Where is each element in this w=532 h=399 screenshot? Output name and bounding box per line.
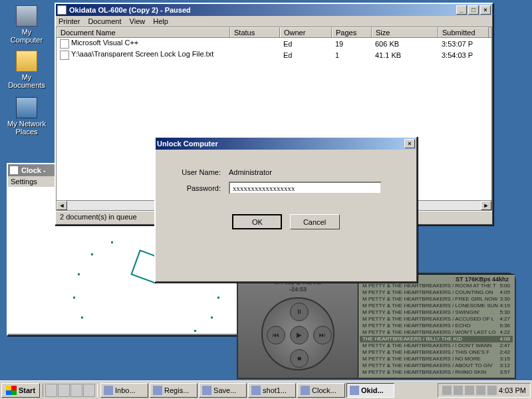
prev-button[interactable]: ⏮	[267, 326, 285, 344]
cancel-button[interactable]: Cancel	[290, 214, 340, 229]
username-value: Administrator	[229, 168, 272, 176]
column-headers: Document Name Status Owner Pages Size Su…	[56, 27, 492, 38]
doc-submitted: 3:54:03 P	[438, 51, 489, 59]
maximize-button[interactable]: □	[468, 5, 479, 15]
task-icon	[104, 386, 113, 395]
doc-name: Y:\aaa\Transparent Screen Lock Log File.…	[71, 50, 213, 58]
system-tray: 4:03 PM	[438, 383, 531, 398]
ql-app-icon[interactable]	[83, 384, 95, 397]
playlist-track[interactable]: M PETTY & THE HEARTBREAKERS / LONESOME S…	[360, 303, 513, 309]
taskbar-button[interactable]: Regis...	[150, 383, 198, 398]
taskbar-clock[interactable]: 4:03 PM	[499, 386, 526, 394]
tray-icon[interactable]	[442, 386, 452, 395]
ql-desktop-icon[interactable]	[58, 384, 70, 397]
taskbar-button[interactable]: Inbo...	[100, 383, 148, 398]
menubar: Printer Document View Help	[56, 16, 492, 27]
doc-name: Microsoft Visual C++	[71, 39, 138, 47]
col-size[interactable]: Size	[372, 27, 438, 37]
password-input[interactable]	[229, 182, 382, 194]
network-icon	[16, 97, 37, 118]
stop-button[interactable]: ■	[290, 349, 309, 368]
tray-icon[interactable]	[454, 386, 463, 395]
playlist-track[interactable]: M PETTY & THE HEARTBREAKERS / FREE GIRL …	[360, 296, 513, 303]
task-icon	[153, 386, 162, 395]
ql-ie-icon[interactable]	[45, 384, 57, 397]
close-button[interactable]: ×	[480, 5, 491, 15]
unlock-computer-dialog: Unlock Computer × User Name: Administrat…	[154, 136, 418, 283]
playlist-track[interactable]: M PETTY & THE HEARTBREAKERS / THIS ONE'S…	[360, 349, 513, 356]
windows-flag-icon	[6, 386, 17, 395]
dialog-title: Unlock Computer	[157, 140, 404, 148]
icon-label: My Network Places	[5, 120, 48, 136]
playlist-track[interactable]: M PETTY & THE HEARTBREAKERS / RHINO SKIN…	[360, 369, 513, 376]
playlist-track[interactable]: M PETTY & THE HEARTBREAKERS / ACCUSED OF…	[360, 316, 513, 323]
pause-button[interactable]: ⏸	[290, 303, 309, 321]
username-label: User Name:	[169, 168, 229, 176]
scroll-right-icon[interactable]: ►	[481, 201, 491, 210]
titlebar[interactable]: Unlock Computer ×	[156, 138, 416, 150]
doc-owner: Ed	[280, 51, 332, 59]
doc-pages: 19	[332, 40, 372, 48]
playlist-track[interactable]: M PETTY & THE HEARTBREAKERS / ABOUT TO G…	[360, 362, 513, 369]
table-row[interactable]: Microsoft Visual C++ Ed 19 606 KB 3:53:0…	[57, 38, 491, 49]
now-playing-time: -24:53	[258, 286, 338, 293]
password-label: Password:	[169, 184, 229, 192]
playlist-track[interactable]: M PETTY & THE HEARTBREAKERS / NO MORE3:1…	[360, 356, 513, 362]
playlist-track[interactable]: M PETTY & THE HEARTBREAKERS / COUNTING O…	[360, 289, 513, 296]
minimize-button[interactable]: _	[456, 5, 467, 15]
playlist[interactable]: ST 176KBps 44khz M PETTY & THE HEARTBREA…	[358, 274, 515, 378]
task-icon	[251, 386, 261, 395]
control-wheel: ▶ ⏮ ⏭ ■ ⏸	[261, 297, 334, 370]
desktop-icon-my-computer[interactable]: My Computer	[5, 5, 48, 44]
folder-icon	[16, 51, 37, 72]
menu-document[interactable]: Document	[88, 17, 121, 25]
computer-icon	[16, 5, 37, 27]
col-pages[interactable]: Pages	[332, 27, 372, 37]
menu-help[interactable]: Help	[153, 17, 168, 25]
ql-outlook-icon[interactable]	[70, 384, 82, 397]
doc-owner: Ed	[280, 40, 332, 48]
table-row[interactable]: Y:\aaa\Transparent Screen Lock Log File.…	[57, 49, 491, 61]
col-document-name[interactable]: Document Name	[57, 27, 230, 37]
taskbar-button[interactable]: Clock...	[297, 383, 345, 398]
doc-size: 606 KB	[372, 40, 438, 48]
playlist-track[interactable]: M PETTY & THE HEARTBREAKERS / WON'T LAST…	[360, 329, 513, 336]
tray-icon[interactable]	[465, 386, 474, 395]
play-button[interactable]: ▶	[290, 326, 309, 344]
playlist-track[interactable]: THE HEARTBREAKERS / BILLY THE KID4:08	[360, 336, 513, 342]
tray-volume-icon[interactable]	[476, 386, 485, 395]
playlist-track[interactable]: M PETTY & THE HEARTBREAKERS / I DON'T WA…	[360, 342, 513, 349]
start-button[interactable]: Start	[1, 383, 40, 398]
close-button[interactable]: ×	[404, 139, 415, 148]
scroll-left-icon[interactable]: ◄	[57, 201, 67, 210]
icon-label: My Computer	[5, 28, 48, 44]
col-status[interactable]: Status	[230, 27, 280, 37]
taskbar-button[interactable]: shot1...	[248, 383, 296, 398]
document-icon	[60, 39, 69, 49]
menu-view[interactable]: View	[130, 17, 146, 25]
desktop-icon-network-places[interactable]: My Network Places	[5, 97, 48, 136]
taskbar-button[interactable]: Okid...	[346, 383, 394, 398]
start-label: Start	[19, 386, 35, 394]
icon-label: My Documents	[5, 73, 48, 89]
col-owner[interactable]: Owner	[280, 27, 332, 37]
playlist-track[interactable]: M PETTY & THE HEARTBREAKERS / ROOM AT TH…	[360, 283, 513, 289]
task-icon	[202, 386, 211, 395]
col-submitted[interactable]: Submitted	[438, 27, 489, 37]
menu-settings[interactable]: Settings	[11, 178, 37, 186]
taskbar-button[interactable]: Save...	[199, 383, 247, 398]
doc-submitted: 3:53:07 P	[438, 40, 489, 48]
task-icon	[350, 386, 359, 395]
window-title: Okidata OL-600e (Copy 2) - Paused	[69, 6, 456, 14]
doc-size: 41.1 KB	[372, 51, 438, 59]
next-button[interactable]: ⏭	[313, 326, 332, 344]
tray-icon[interactable]	[487, 386, 497, 395]
clock-icon	[9, 166, 19, 175]
desktop-icon-my-documents[interactable]: My Documents	[5, 51, 48, 89]
playlist-track[interactable]: M PETTY & THE HEARTBREAKERS / SWINGIN'5:…	[360, 309, 513, 316]
titlebar[interactable]: Okidata OL-600e (Copy 2) - Paused _ □ ×	[56, 4, 492, 16]
media-player[interactable]: m Petty & The He -24:53 ▶ ⏮ ⏭ ■ ⏸ ST 176…	[237, 273, 516, 379]
menu-printer[interactable]: Printer	[59, 17, 80, 25]
playlist-track[interactable]: M PETTY & THE HEARTBREAKERS / ECHO6:36	[360, 323, 513, 329]
ok-button[interactable]: OK	[232, 214, 282, 229]
